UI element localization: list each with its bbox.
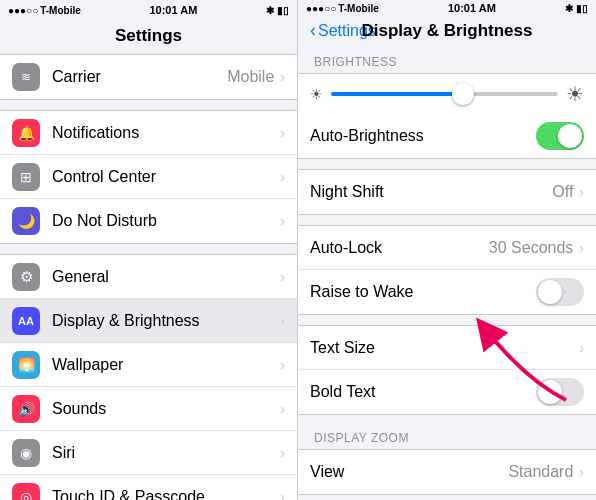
touch-id-icon: ◎ — [12, 483, 40, 501]
auto-lock-group: Auto-Lock 30 Seconds › Raise to Wake — [298, 225, 596, 315]
right-status-right: ✱ ▮▯ — [565, 3, 588, 14]
night-shift-group: Night Shift Off › — [298, 169, 596, 215]
carrier-chevron: › — [280, 69, 285, 85]
notifications-icon: 🔔 — [12, 119, 40, 147]
raise-to-wake-label: Raise to Wake — [310, 283, 536, 301]
left-status-bar: ●●●○○ T-Mobile 10:01 AM ✱ ▮▯ — [0, 0, 297, 20]
auto-lock-value: 30 Seconds — [489, 239, 574, 257]
right-item-bold-text[interactable]: Bold Text — [298, 370, 596, 414]
night-shift-chevron: › — [579, 184, 584, 200]
right-item-night-shift[interactable]: Night Shift Off › — [298, 170, 596, 214]
siri-label: Siri — [52, 444, 280, 462]
sidebar-item-notifications[interactable]: 🔔 Notifications › — [0, 111, 297, 155]
siri-icon: ◉ — [12, 439, 40, 467]
sidebar-item-display-brightness[interactable]: AA Display & Brightness › — [0, 299, 297, 343]
right-nav: ‹ Settings Display & Brightness — [298, 16, 596, 49]
view-label: View — [310, 463, 508, 481]
left-group-1: 🔔 Notifications › ⊞ Control Center › 🌙 D… — [0, 110, 297, 244]
sounds-label: Sounds — [52, 400, 280, 418]
left-panel: ●●●○○ T-Mobile 10:01 AM ✱ ▮▯ Settings ≋ … — [0, 0, 298, 500]
notifications-chevron: › — [280, 125, 285, 141]
text-group: Text Size › Bold Text — [298, 325, 596, 415]
view-group: View Standard › — [298, 449, 596, 495]
left-status-right: ✱ ▮▯ — [266, 5, 289, 16]
raise-to-wake-toggle[interactable] — [536, 278, 584, 306]
signal-dots: ●●●○○ — [8, 5, 38, 16]
sidebar-item-sounds[interactable]: 🔊 Sounds › — [0, 387, 297, 431]
sidebar-item-touch-id[interactable]: ◎ Touch ID & Passcode › — [0, 475, 297, 500]
right-item-auto-lock[interactable]: Auto-Lock 30 Seconds › — [298, 226, 596, 270]
control-center-icon: ⊞ — [12, 163, 40, 191]
brightness-group: ☀ ☀ Auto-Brightness — [298, 73, 596, 159]
right-carrier: T-Mobile — [338, 3, 379, 14]
auto-lock-chevron: › — [579, 240, 584, 256]
sidebar-item-general[interactable]: ⚙ General › — [0, 255, 297, 299]
bold-text-label: Bold Text — [310, 383, 536, 401]
sounds-icon: 🔊 — [12, 395, 40, 423]
carrier-name: T-Mobile — [40, 5, 81, 16]
display-brightness-icon: AA — [12, 307, 40, 335]
brightness-slider[interactable] — [331, 92, 558, 96]
left-group-carrier: ≋ Carrier Mobile › — [0, 54, 297, 100]
right-status-left: ●●●○○ T-Mobile — [306, 3, 379, 14]
brightness-high-icon: ☀ — [566, 82, 584, 106]
general-icon: ⚙ — [12, 263, 40, 291]
siri-chevron: › — [280, 445, 285, 461]
night-shift-value: Off — [552, 183, 573, 201]
sidebar-item-carrier[interactable]: ≋ Carrier Mobile › — [0, 55, 297, 99]
display-brightness-chevron: › — [280, 313, 285, 329]
bluetooth-icon: ✱ — [266, 5, 274, 16]
brightness-slider-row[interactable]: ☀ ☀ — [298, 74, 596, 114]
right-item-auto-brightness[interactable]: Auto-Brightness — [298, 114, 596, 158]
auto-brightness-label: Auto-Brightness — [310, 127, 536, 145]
display-brightness-label: Display & Brightness — [52, 312, 280, 330]
right-battery-icon: ▮▯ — [576, 3, 588, 14]
do-not-disturb-chevron: › — [280, 213, 285, 229]
sidebar-item-do-not-disturb[interactable]: 🌙 Do Not Disturb › — [0, 199, 297, 243]
text-size-chevron: › — [579, 340, 584, 356]
touch-id-label: Touch ID & Passcode — [52, 488, 280, 501]
right-signal: ●●●○○ — [306, 3, 336, 14]
auto-brightness-knob — [558, 124, 582, 148]
do-not-disturb-label: Do Not Disturb — [52, 212, 280, 230]
right-status-time: 10:01 AM — [448, 2, 496, 14]
brightness-section-label: BRIGHTNESS — [298, 49, 596, 73]
notifications-label: Notifications — [52, 124, 280, 142]
sidebar-item-siri[interactable]: ◉ Siri › — [0, 431, 297, 475]
battery-icon: ▮▯ — [277, 5, 289, 16]
right-status-bar: ●●●○○ T-Mobile 10:01 AM ✱ ▮▯ — [298, 0, 596, 16]
carrier-icon: ≋ — [12, 63, 40, 91]
display-zoom-label: DISPLAY ZOOM — [298, 425, 596, 449]
view-value: Standard — [508, 463, 573, 481]
bold-text-knob — [538, 380, 562, 404]
left-group-2: ⚙ General › AA Display & Brightness › 🌅 … — [0, 254, 297, 500]
raise-to-wake-knob — [538, 280, 562, 304]
right-item-text-size[interactable]: Text Size › — [298, 326, 596, 370]
left-page-title: Settings — [0, 20, 297, 54]
view-chevron: › — [579, 464, 584, 480]
carrier-label: Carrier — [52, 68, 227, 86]
left-status-time: 10:01 AM — [149, 4, 197, 16]
wallpaper-icon: 🌅 — [12, 351, 40, 379]
carrier-value: Mobile — [227, 68, 274, 86]
wallpaper-chevron: › — [280, 357, 285, 373]
right-bluetooth-icon: ✱ — [565, 3, 573, 14]
night-shift-label: Night Shift — [310, 183, 552, 201]
left-status-left: ●●●○○ T-Mobile — [8, 5, 81, 16]
control-center-chevron: › — [280, 169, 285, 185]
sidebar-item-control-center[interactable]: ⊞ Control Center › — [0, 155, 297, 199]
sidebar-item-wallpaper[interactable]: 🌅 Wallpaper › — [0, 343, 297, 387]
touch-id-chevron: › — [280, 489, 285, 501]
bold-text-toggle[interactable] — [536, 378, 584, 406]
left-settings-list: ≋ Carrier Mobile › 🔔 Notifications › ⊞ C… — [0, 54, 297, 500]
auto-lock-label: Auto-Lock — [310, 239, 489, 257]
right-item-raise-to-wake[interactable]: Raise to Wake — [298, 270, 596, 314]
do-not-disturb-icon: 🌙 — [12, 207, 40, 235]
sounds-chevron: › — [280, 401, 285, 417]
right-page-title: Display & Brightness — [362, 21, 533, 41]
auto-brightness-toggle[interactable] — [536, 122, 584, 150]
brightness-thumb[interactable] — [452, 83, 474, 105]
wallpaper-label: Wallpaper — [52, 356, 280, 374]
right-panel: ●●●○○ T-Mobile 10:01 AM ✱ ▮▯ ‹ Settings … — [298, 0, 596, 500]
right-item-view[interactable]: View Standard › — [298, 450, 596, 494]
